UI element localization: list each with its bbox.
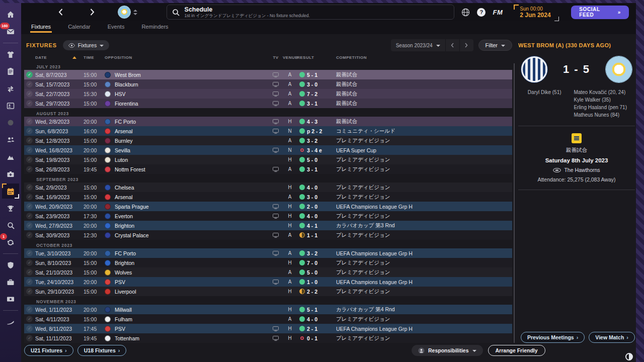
sidebar-item-finances[interactable] (2, 292, 19, 307)
fixture-row[interactable]: ✓Wed, 2/8/202320:00FC PortoH4 - 3親善試合 (24, 117, 512, 126)
detail-header: WEST BROM (A) (330 DAYS AGO) (518, 42, 635, 48)
column-header-tv[interactable]: TV (269, 55, 283, 60)
sidebar-item-home[interactable] (2, 7, 19, 22)
competition-cell: プレミアディビジョン (336, 316, 512, 323)
fixture-row[interactable]: ✓Wed, 27/9/202320:00BrightonH4 - 1カラバオカッ… (24, 221, 512, 230)
fixture-row[interactable]: ✓Wed, 8/11/202317:45PSVH2 - 1UEFA Champi… (24, 324, 512, 333)
sidebar-item-competitions[interactable] (2, 201, 19, 216)
sidebar-item-inbox[interactable]: 160 (2, 24, 19, 39)
column-header-competition[interactable]: COMPETITION (336, 55, 512, 60)
tab-fixtures[interactable]: Fixtures (30, 21, 52, 33)
fixture-time: 15:00 (84, 269, 105, 276)
column-header-venue[interactable]: VENUE (283, 55, 297, 60)
view-selector-dropdown[interactable]: Fixtures (63, 40, 109, 50)
trophy-icon (7, 205, 15, 212)
eye-icon (68, 43, 75, 48)
fixture-row[interactable]: ✓Sat, 21/10/202315:00WolvesA5 - 0プレミアディビ… (24, 267, 512, 277)
played-check-icon: ✓ (26, 100, 33, 107)
sidebar-item-transfer-centre[interactable]: 1 (2, 235, 19, 250)
result-indicator-icon (297, 289, 307, 294)
venue-cell: A (283, 194, 297, 200)
fixture-row[interactable]: ✓Wed, 16/8/202320:00SevillaN3 - 4 eUEFA … (24, 145, 512, 155)
nav-forward-button[interactable] (86, 6, 99, 19)
arrange-friendly-button[interactable]: Arrange Friendly (488, 345, 545, 356)
fixture-row[interactable]: ✓Sat, 8/7/202315:00West BromA5 - 1親善試合 (24, 70, 512, 79)
column-header-date[interactable]: DATE (35, 55, 84, 60)
tab-events[interactable]: Events (107, 21, 126, 33)
sidebar-item-schedule[interactable] (2, 184, 19, 199)
fixture-row[interactable]: ✓Sat, 22/7/202315:30HSVA7 - 2親善試合 (24, 89, 512, 99)
column-header-time[interactable]: TIME (84, 55, 105, 60)
fixture-row[interactable]: ✓Sat, 15/7/202315:00BlackburnA3 - 0親善試合 (24, 79, 512, 89)
fixture-row[interactable]: ✓Sat, 29/7/202315:00FiorentinaA3 - 1親善試合 (24, 99, 512, 108)
fixture-opposition: HSV (105, 91, 269, 97)
fixture-opposition: Fiorentina (105, 101, 269, 107)
social-feed-button[interactable]: SOCIAL FEED » (571, 6, 629, 19)
responsibilities-button[interactable]: Responsibilities (412, 345, 483, 356)
sidebar-item-training[interactable] (2, 98, 19, 113)
fixture-row[interactable]: ✓Wed, 1/11/202320:00MillwallH5 - 1カラバオカッ… (24, 305, 512, 314)
fixture-row[interactable]: ✓Sun, 6/8/202316:00ArsenalNp 2 - 2コミュニティ… (24, 126, 512, 136)
team-badge-icon (105, 157, 111, 163)
fixture-row[interactable]: ✓Sat, 16/9/202315:00ArsenalA3 - 0プレミアディビ… (24, 192, 512, 202)
sidebar-item-job-centre[interactable] (2, 275, 19, 290)
column-header-opposition[interactable]: OPPOSITION (105, 55, 269, 60)
competition-cell: UEFA Champions League Grp H (336, 250, 512, 256)
fixture-row[interactable]: ✓Sat, 4/11/202315:00FulhamA4 - 0プレミアディビジ… (24, 314, 512, 324)
sidebar-item-scouting[interactable] (2, 218, 19, 233)
fixture-row[interactable]: ✓Sat, 2/9/202315:00ChelseaH4 - 0プレミアディビジ… (24, 183, 512, 192)
season-next-button[interactable] (459, 39, 473, 51)
view-match-button[interactable]: View Match› (589, 332, 635, 343)
fixture-row[interactable]: ✓Sun, 8/10/202315:00BrightonH7 - 0プレミアディ… (24, 258, 512, 267)
column-header-result[interactable]: RESULT (297, 55, 336, 60)
sidebar-item-club-vision[interactable] (2, 115, 19, 130)
venue-cell: H (283, 307, 297, 312)
sidebar-item-tactics[interactable] (2, 64, 19, 79)
sidebar-item-squad[interactable] (2, 47, 19, 62)
fixture-opposition: Wolves (105, 269, 269, 276)
sidebar-item-staff[interactable] (2, 132, 19, 147)
fixture-row[interactable]: ✓Sat, 30/9/202312:30Crystal PalaceA1 - 1… (24, 230, 512, 240)
fixture-row[interactable]: ✓Tue, 24/10/202320:00PSVA1 - 0UEFA Champ… (24, 277, 512, 287)
game-clock[interactable]: Sun 00:00 2 Jun 2024 (514, 5, 557, 20)
sidebar-item-touchline[interactable] (2, 314, 19, 329)
venue-cell: A (283, 250, 297, 256)
venue-cell: A (283, 138, 297, 143)
result-cell: 2 - 1 (307, 326, 336, 332)
scrollbar[interactable] (514, 63, 515, 343)
u18-fixtures-button[interactable]: U18 Fixtures› (77, 345, 127, 356)
result-cell: 1 - 0 (307, 279, 336, 285)
fixture-row[interactable]: ✓Sat, 26/8/202319:45Nottm ForestA3 - 1プレ… (24, 164, 512, 174)
club-switcher[interactable] (133, 10, 137, 15)
fixture-row[interactable]: ✓Sat, 23/9/202317:30EvertonH4 - 0プレミアディビ… (24, 211, 512, 221)
sidebar-item-club-info[interactable] (2, 257, 19, 273)
venue-cell: N (283, 147, 297, 153)
sidebar-item-medical[interactable] (2, 166, 19, 182)
team-badge-icon (105, 119, 111, 125)
team-badge-icon (105, 326, 111, 332)
page-title-box[interactable]: Schedule 1st in イングランドプレミアディビジョン - No fi… (167, 5, 455, 20)
fixture-row[interactable]: ✓Sat, 19/8/202315:00LutonH5 - 0プレミアディビジョ… (24, 155, 512, 164)
previous-meetings-button[interactable]: Previous Meetings› (521, 332, 585, 343)
fixture-opposition: Brighton (105, 260, 269, 266)
footer-bar: U21 Fixtures› U18 Fixtures› Responsibili… (24, 345, 633, 358)
filter-button[interactable]: Filter (478, 40, 512, 51)
fixture-row[interactable]: ✓Sun, 29/10/202315:00LiverpoolH2 - 2プレミア… (24, 287, 512, 296)
u21-fixtures-button[interactable]: U21 Fixtures› (24, 345, 73, 356)
fixture-row[interactable]: ✓Tue, 3/10/202320:00FC PortoA3 - 2UEFA C… (24, 248, 512, 258)
result-indicator-icon (297, 269, 307, 275)
fixture-row[interactable]: ✓Sat, 11/11/202319:45TottenhamH0 - 1プレミア… (24, 333, 512, 343)
tab-reminders[interactable]: Reminders (140, 21, 169, 33)
help-button[interactable]: ? (477, 8, 486, 17)
result-indicator-icon (297, 213, 307, 219)
tab-calendar[interactable]: Calendar (67, 21, 92, 33)
sidebar-item-dynamics[interactable] (2, 149, 19, 164)
fixture-row[interactable]: ✓Sat, 12/8/202315:00BurnleyA3 - 2プレミアディビ… (24, 136, 512, 145)
nav-back-button[interactable] (54, 6, 67, 19)
language-button[interactable] (461, 8, 470, 17)
season-dropdown[interactable]: Season 2023/24 (391, 43, 445, 48)
sidebar-item-transfers[interactable] (2, 81, 19, 96)
club-crest-icon[interactable] (118, 6, 131, 19)
season-prev-button[interactable] (445, 39, 459, 51)
fixture-row[interactable]: ✓Wed, 20/9/202320:00Sparta PragueH2 - 0U… (24, 202, 512, 211)
